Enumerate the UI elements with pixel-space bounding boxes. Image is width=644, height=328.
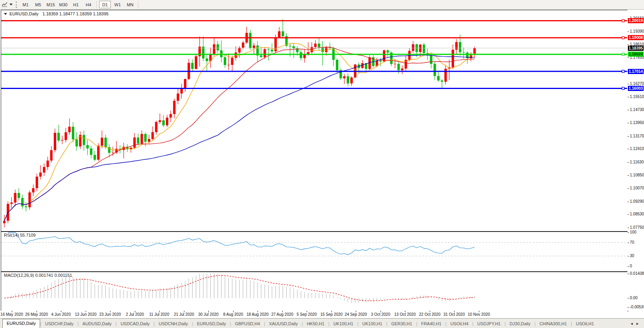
price-tick-label: 1.13950 xyxy=(630,120,644,125)
timeframe-button-mn[interactable]: MN xyxy=(124,1,136,8)
price-tick-label: 1.10850 xyxy=(630,173,644,178)
chart-ohlc-values: 1.18359 1.18477 1.18359 1.18395 xyxy=(42,11,109,16)
chart-style-icon[interactable] xyxy=(2,2,8,7)
axis-tick xyxy=(627,123,629,123)
chart-tab-dj30-daily[interactable]: DJ30,Daily xyxy=(506,320,534,328)
chart-tab-fra40-h1[interactable]: FRA40,H1 xyxy=(417,320,445,328)
price-tick-label: 1.13170 xyxy=(630,134,644,139)
axis-tick xyxy=(627,256,629,256)
chart-tab-bar: EURUSD,Daily|USDCHF,Daily|AUDUSD,Daily|U… xyxy=(0,318,644,328)
rsi-panel[interactable]: RSI(14) 55.7109 xyxy=(1,232,628,272)
timeframe-button-h4[interactable]: H4 xyxy=(83,1,94,8)
axis-tick xyxy=(627,136,629,137)
axis-tick xyxy=(627,202,629,202)
axis-tick xyxy=(627,84,629,84)
hline-price-label: 1.19008 xyxy=(628,35,644,40)
axis-tick xyxy=(627,307,629,308)
rsi-tick-label: 100 xyxy=(630,230,637,235)
price-axis[interactable]: 1.201501.193901.186101.178301.170501.162… xyxy=(627,10,644,311)
chart-tab-eurusd-daily[interactable]: EURUSD,Daily xyxy=(2,319,40,328)
macd-panel[interactable]: MACD(12,26,9) 0.001741 0.001151 xyxy=(1,272,628,311)
trading-terminal-window: M1M5M15M30H1H4D1W1MN EURUSD,Daily 1.1835… xyxy=(0,0,644,328)
macd-histogram xyxy=(4,273,475,304)
axis-tick xyxy=(627,298,629,298)
tab-scroll-right-icon[interactable]: ► xyxy=(636,322,642,326)
chart-tab-usdchf-daily[interactable]: USDCHF,Daily xyxy=(41,320,77,328)
chart-tab-ger30-h1[interactable]: GER30,H1 xyxy=(387,320,416,328)
chart-tab-china300-h1[interactable]: CHINA300,H1 xyxy=(535,320,571,328)
price-tick-label: 1.07750 xyxy=(630,225,644,230)
collapse-chart-icon[interactable] xyxy=(4,13,7,15)
main-chart-panel[interactable]: EURUSD,Daily 1.18359 1.18477 1.18359 1.1… xyxy=(1,10,628,232)
price-tick-label: 1.08530 xyxy=(630,212,644,217)
hline-1.17014[interactable] xyxy=(1,70,627,72)
time-axis[interactable]: 16 May 202026 May 20204 Jun 202013 Jun 2… xyxy=(1,311,627,318)
hline-1.16003[interactable] xyxy=(1,87,627,90)
macd-tick-label: 0.014384 xyxy=(630,271,644,276)
axis-tick xyxy=(627,188,629,189)
chart-tab-usoil-h1[interactable]: USOil,H1 xyxy=(572,320,598,328)
ma-slow-line xyxy=(4,55,475,221)
axis-tick xyxy=(627,149,629,149)
axis-tick xyxy=(627,162,629,163)
chart-tab-usdjpy-h1[interactable]: USDJPY,H1 xyxy=(473,320,504,328)
chart-title: EURUSD,Daily 1.18359 1.18477 1.18359 1.1… xyxy=(4,11,109,16)
chart-tab-eurusd-daily[interactable]: EURUSD,Daily xyxy=(193,320,230,328)
chart-symbol-label: EURUSD,Daily xyxy=(9,11,39,16)
chart-tab-usoil-h4[interactable]: USOil,H4 xyxy=(446,320,472,328)
chart-tab-uk100-h1[interactable]: UK100,H1 xyxy=(359,320,386,328)
rsi-tick-label: 0 xyxy=(630,264,632,269)
chart-tab-usdcad-daily[interactable]: USDCAD,Daily xyxy=(117,320,154,328)
hline-price-label: 1.16003 xyxy=(628,86,644,91)
timeframe-button-m5[interactable]: M5 xyxy=(32,1,44,8)
hline-price-label: 1.18024 xyxy=(628,52,644,57)
price-chart-canvas[interactable] xyxy=(1,10,627,230)
rsi-tick-label: 70 xyxy=(630,240,634,245)
timeframe-button-m30[interactable]: M30 xyxy=(57,1,69,8)
timeframe-button-h1[interactable]: H1 xyxy=(70,1,82,8)
hline-1.18024[interactable] xyxy=(1,53,627,56)
ma-fast-line xyxy=(4,43,475,221)
time-tick-label: 10 Nov 2020 xyxy=(461,312,497,317)
caret-down-icon[interactable] xyxy=(9,4,13,6)
chart-tab-usdcnh-daily[interactable]: USDCNH,Daily xyxy=(155,320,192,328)
price-tick-label: 1.12410 xyxy=(630,146,644,151)
chart-tab-hk50-h1[interactable]: HK50,H1 xyxy=(303,320,328,328)
current-price-label: 1.18395 xyxy=(628,46,644,51)
price-tick-label: 1.10070 xyxy=(630,186,644,191)
toolbar-separator xyxy=(96,1,97,8)
axis-tick xyxy=(627,274,629,274)
macd-tick-label: -0.005396 xyxy=(630,305,644,309)
macd-canvas[interactable] xyxy=(1,272,627,310)
chart-tab-gbpusd-h4[interactable]: GBPUSD,H4 xyxy=(231,320,264,328)
hline-price-label: 1.20019 xyxy=(628,18,644,23)
rsi-canvas[interactable] xyxy=(1,232,627,271)
timeframe-button-d1[interactable]: D1 xyxy=(99,1,111,8)
price-tick-label: 1.15510 xyxy=(630,95,644,99)
axis-tick xyxy=(627,32,629,32)
rsi-label: RSI(14) 55.7109 xyxy=(4,233,36,237)
axis-tick xyxy=(627,44,629,45)
hline-price-label: 1.17014 xyxy=(628,69,644,74)
tab-scroll-left-icon[interactable]: ◄ xyxy=(630,322,636,326)
rsi-tick-label: 30 xyxy=(630,254,634,258)
timeframe-button-m15[interactable]: M15 xyxy=(45,1,57,8)
ma-mid-line xyxy=(4,47,475,221)
price-tick-label: 1.09290 xyxy=(630,199,644,204)
macd-label: MACD(12,26,9) 0.001741 0.001151 xyxy=(4,273,72,278)
rsi-line xyxy=(8,232,475,255)
timeframe-button-w1[interactable]: W1 xyxy=(112,1,123,8)
chart-tab-audusd-daily[interactable]: AUDUSD,Daily xyxy=(79,320,116,328)
price-tick-label: 1.14730 xyxy=(630,107,644,112)
hline-1.19008[interactable] xyxy=(1,37,627,39)
axis-tick xyxy=(627,243,629,243)
toolbar-grip-handle[interactable] xyxy=(16,2,17,8)
chart-tab-uk100-h1[interactable]: UK100,H1 xyxy=(329,320,357,328)
price-tick-label: 1.11630 xyxy=(630,160,644,165)
timeframe-button-m1[interactable]: M1 xyxy=(20,1,31,8)
timeframe-toolbar: M1M5M15M30H1H4D1W1MN xyxy=(0,0,644,10)
axis-tick xyxy=(627,110,629,110)
candles-layer xyxy=(3,19,476,228)
hline-1.20019[interactable] xyxy=(1,20,627,22)
chart-tab-xauusd-daily[interactable]: XAUUSD,Daily xyxy=(265,320,302,328)
